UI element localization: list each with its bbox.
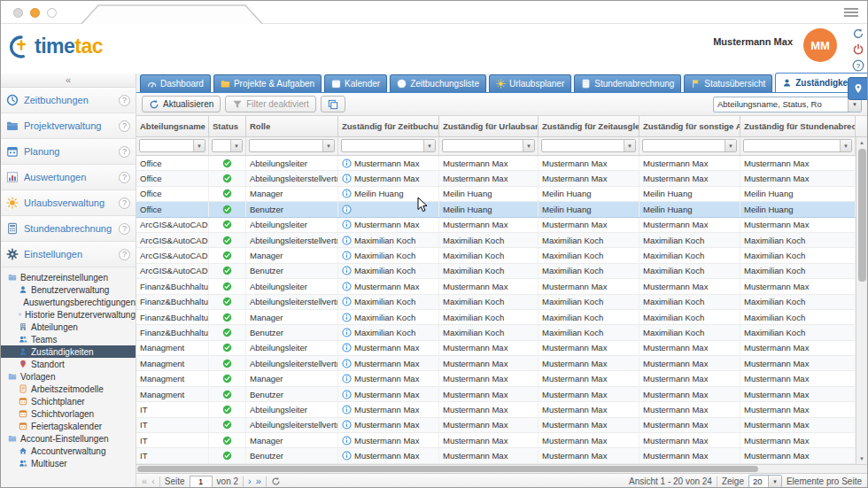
refresh-button[interactable]: Aktualisieren <box>142 96 221 112</box>
filter-combo[interactable]: ▼ <box>541 139 636 152</box>
filter-zustaendig-fuer-zeitbuchungen[interactable]: ▼ <box>338 137 439 155</box>
tab-urlaubsplaner[interactable]: Urlaubsplaner <box>489 74 571 92</box>
tab-stundenabrechnung[interactable]: Stundenabrechnung <box>574 74 681 92</box>
help-icon[interactable]: ? <box>852 59 864 72</box>
filter-combo[interactable]: ▼ <box>212 139 243 152</box>
table-row[interactable]: Finanz&BuchhaltungAbteilungsleiterstellv… <box>136 295 867 310</box>
tree-item-historie-benutzerverwaltung[interactable]: Historie Benutzerverwaltung <box>1 308 136 321</box>
pin-button[interactable] <box>848 77 867 100</box>
sidebar-item-einstellungen[interactable]: Einstellungen? <box>1 242 136 267</box>
window-button-close[interactable] <box>13 8 23 18</box>
filter-combo[interactable]: ▼ <box>139 139 205 152</box>
table-row[interactable]: OfficeBenutzerMeilin HuangMeilin HuangMe… <box>136 202 867 217</box>
tree-item-multiuser[interactable]: Multiuser <box>1 457 136 469</box>
avatar[interactable]: MM <box>803 28 837 62</box>
tree-item-vorlagen[interactable]: Vorlagen <box>1 370 136 383</box>
page-input[interactable] <box>190 476 213 488</box>
first-page-button[interactable]: « <box>142 476 147 486</box>
sidebar-item-planung[interactable]: Planung? <box>1 139 136 165</box>
tree-item-arbeitszeitmodelle[interactable]: Arbeitszeitmodelle <box>1 383 136 395</box>
table-row[interactable]: ITBenutzerMustermann MaxMustermann MaxMu… <box>136 448 867 463</box>
prev-page-button[interactable]: ‹ <box>151 476 155 486</box>
filter-combo[interactable]: ▼ <box>341 139 436 152</box>
filter-abteilungsname[interactable]: ▼ <box>136 137 209 155</box>
help-icon[interactable]: ? <box>119 198 130 209</box>
column-header-rolle[interactable]: Rolle <box>246 116 338 136</box>
table-row[interactable]: OfficeManagerMeilin HuangMeilin HuangMei… <box>136 187 867 202</box>
scroll-up-icon[interactable]: ▲ <box>856 137 867 148</box>
tree-item-zustaendigkeiten[interactable]: Zuständigkeiten <box>1 345 136 358</box>
sidebar-item-urlaubsverwaltung[interactable]: Urlaubsverwaltung? <box>1 190 136 216</box>
table-row[interactable]: OfficeAbteilungsleiterMustermann MaxMust… <box>136 156 867 171</box>
horizontal-scrollbar[interactable] <box>136 464 867 473</box>
filter-zustaendig-fuer-stundenabrechnu[interactable]: ▼ <box>740 137 856 155</box>
help-icon[interactable]: ? <box>119 146 130 158</box>
tab-dashboard[interactable]: Dashboard <box>140 74 211 92</box>
column-header-abteilungsname[interactable]: Abteilungsname <box>136 116 209 136</box>
chevron-down-icon[interactable]: ▼ <box>523 140 534 151</box>
tree-item-benutzereinstellungen[interactable]: Benutzereinstellungen <box>1 271 136 283</box>
search-combo[interactable]: Abteilungsname, Status, Ro ▼ <box>713 97 862 112</box>
sidebar-item-auswertungen[interactable]: Auswertungen? <box>1 165 136 190</box>
filter-zustaendig-fuer-urlaubsantraege[interactable]: ▼ <box>439 137 539 155</box>
chevron-down-icon[interactable]: ▼ <box>423 140 435 151</box>
table-row[interactable]: ITAbteilungsleiterMustermann MaxMusterma… <box>136 402 867 417</box>
column-header-zustaendig-fuer-zeitbuchungen[interactable]: Zuständig für Zeitbuchungen <box>338 116 439 136</box>
filter-zustaendig-fuer-zeitausgleichsantr[interactable]: ▼ <box>539 137 639 155</box>
tree-item-auswertungsberechtigungen[interactable]: Auswertungsberechtigungen <box>1 296 136 308</box>
column-header-status[interactable]: Status <box>209 116 246 136</box>
tree-item-standort[interactable]: Standort <box>1 358 136 370</box>
column-header-zustaendig-fuer-stundenabrechnu[interactable]: Zuständig für Stundenabrechnu... <box>740 116 856 136</box>
filter-combo[interactable]: ▼ <box>249 139 335 152</box>
vertical-scrollbar-thumb[interactable] <box>858 149 866 282</box>
filter-zustaendig-fuer-sonstige-abwesen[interactable]: ▼ <box>639 137 740 155</box>
help-icon[interactable]: ? <box>119 223 130 235</box>
table-row[interactable]: ArcGIS&AutoCADAbteilungsleiterMustermann… <box>136 218 867 233</box>
table-row[interactable]: Finanz&BuchhaltungAbteilungsleiterMuster… <box>136 279 867 294</box>
table-row[interactable]: ManagmentManagerMustermann MaxMustermann… <box>136 371 867 386</box>
chevron-down-icon[interactable]: ▼ <box>768 476 781 487</box>
column-header-zustaendig-fuer-sonstige-abwesen[interactable]: Zuständig für sonstige Abwesen... <box>639 116 740 136</box>
table-row[interactable]: Finanz&BuchhaltungManagerMaximilian Koch… <box>136 310 867 325</box>
chevron-down-icon[interactable]: ▼ <box>322 140 334 151</box>
chevron-down-icon[interactable]: ▼ <box>624 140 635 151</box>
table-row[interactable]: ArcGIS&AutoCADManagerMaximilian KochMaxi… <box>136 248 867 263</box>
window-button-maximize[interactable] <box>47 8 57 18</box>
sidebar-item-stundenabrechnung[interactable]: Stundenabrechnung? <box>1 216 136 242</box>
sidebar-item-projektverwaltung[interactable]: Projektverwaltung? <box>1 113 136 139</box>
column-header-zustaendig-fuer-zeitausgleichsantr[interactable]: Zuständig für Zeitausgleichsantr... <box>539 116 639 136</box>
page-size-combo[interactable]: 20 ▼ <box>748 475 782 488</box>
tab-zeitbuchungsliste[interactable]: Zeitbuchungsliste <box>390 74 486 92</box>
tree-item-abteilungen[interactable]: Abteilungen <box>1 321 136 333</box>
help-icon[interactable]: ? <box>119 249 130 260</box>
chevron-down-icon[interactable]: ▼ <box>230 140 242 151</box>
table-row[interactable]: ITManagerMustermann MaxMustermann MaxMus… <box>136 433 867 448</box>
window-button-minimize[interactable] <box>30 8 40 18</box>
table-row[interactable]: OfficeAbteilungsleiterstellvertreterMust… <box>136 171 867 186</box>
tab-statusuebersicht[interactable]: Statusübersicht <box>684 74 772 92</box>
tree-item-feiertagskalender[interactable]: Feiertagskalender <box>1 420 136 432</box>
sidebar-item-zeitbuchungen[interactable]: Zeitbuchungen? <box>1 88 136 113</box>
filter-combo[interactable]: ▼ <box>743 139 852 152</box>
horizontal-scrollbar-thumb[interactable] <box>137 466 758 472</box>
table-row[interactable]: ManagmentAbteilungsleiterMustermann MaxM… <box>136 341 867 356</box>
table-row[interactable]: ITAbteilungsleiterstellvertreterMusterma… <box>136 418 867 433</box>
tree-item-teams[interactable]: Teams <box>1 333 136 345</box>
help-icon[interactable]: ? <box>119 172 130 183</box>
chevron-down-icon[interactable]: ▼ <box>725 140 736 151</box>
tab-projekte-aufgaben[interactable]: Projekte & Aufgaben <box>213 74 322 92</box>
sidebar-collapse-button[interactable]: « <box>1 74 136 88</box>
columns-button[interactable] <box>321 96 345 112</box>
scroll-down-icon[interactable]: ▼ <box>856 453 867 464</box>
vertical-scrollbar[interactable]: ▲ ▼ <box>856 137 867 464</box>
menu-icon[interactable] <box>844 6 858 19</box>
filter-button[interactable]: Filter deaktiviert <box>225 96 316 112</box>
help-icon[interactable]: ? <box>119 95 130 106</box>
chevron-down-icon[interactable]: ▼ <box>193 140 205 151</box>
tree-item-account-einstellungen[interactable]: Account-Einstellungen <box>1 432 136 445</box>
filter-rolle[interactable]: ▼ <box>246 137 338 155</box>
help-icon[interactable]: ? <box>119 120 130 132</box>
table-row[interactable]: ManagmentBenutzerMustermann MaxMusterman… <box>136 387 867 402</box>
refresh-icon[interactable] <box>852 27 864 40</box>
refresh-page-icon[interactable] <box>271 476 281 486</box>
